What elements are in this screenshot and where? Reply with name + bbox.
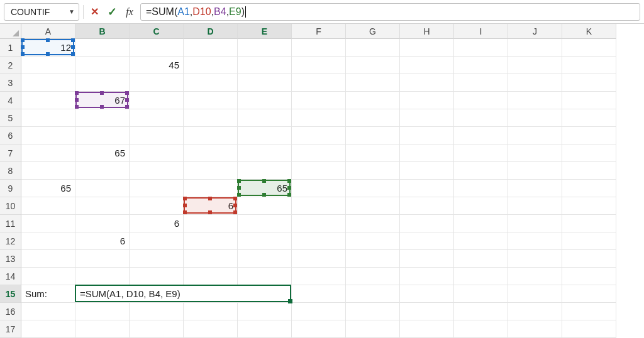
cell-H15[interactable]	[400, 285, 454, 303]
cell-G16[interactable]	[346, 303, 400, 320]
cell-B14[interactable]	[75, 268, 130, 285]
cell-I16[interactable]	[454, 303, 508, 320]
cell-K15[interactable]	[562, 285, 616, 303]
cell-E11[interactable]	[238, 215, 292, 232]
spreadsheet-grid[interactable]: ABCDEFGHIJK 1234567891011121314151617 12…	[0, 24, 644, 338]
row-header-2[interactable]: 2	[0, 57, 21, 74]
row-header-6[interactable]: 6	[0, 127, 21, 144]
cell-J15[interactable]	[508, 285, 562, 303]
cell-H7[interactable]	[400, 144, 454, 162]
row-header-7[interactable]: 7	[0, 144, 21, 162]
cell-I2[interactable]	[454, 57, 508, 74]
cell-B16[interactable]	[75, 303, 130, 320]
cell-H10[interactable]	[400, 197, 454, 215]
cell-H13[interactable]	[400, 250, 454, 268]
cell-K6[interactable]	[562, 127, 616, 144]
cell-K7[interactable]	[562, 144, 616, 162]
cell-A16[interactable]	[21, 303, 75, 320]
cell-F5[interactable]	[292, 109, 346, 127]
cell-J9[interactable]	[508, 180, 562, 197]
row-header-4[interactable]: 4	[0, 92, 21, 109]
cell-E9[interactable]: 65	[238, 180, 292, 197]
cell-I1[interactable]	[454, 39, 508, 57]
cell-H4[interactable]	[400, 92, 454, 109]
cell-G10[interactable]	[346, 197, 400, 215]
cell-H9[interactable]	[400, 180, 454, 197]
cell-A6[interactable]	[21, 127, 75, 144]
cell-H12[interactable]	[400, 232, 454, 250]
cell-H16[interactable]	[400, 303, 454, 320]
cell-A7[interactable]	[21, 144, 75, 162]
cell-E6[interactable]	[238, 127, 292, 144]
cell-F15[interactable]	[292, 285, 346, 303]
cell-K8[interactable]	[562, 162, 616, 180]
cell-G6[interactable]	[346, 127, 400, 144]
cell-G17[interactable]	[346, 320, 400, 338]
cell-H2[interactable]	[400, 57, 454, 74]
cell-C2[interactable]: 45	[130, 57, 184, 74]
cells-area[interactable]: 124567656565666Sum:=SUM(A1, D10, B4, E9)	[21, 39, 644, 338]
column-header-G[interactable]: G	[346, 24, 400, 39]
cell-D2[interactable]	[184, 57, 238, 74]
cell-G3[interactable]	[346, 74, 400, 92]
cell-K5[interactable]	[562, 109, 616, 127]
row-header-11[interactable]: 11	[0, 215, 21, 232]
cell-G12[interactable]	[346, 232, 400, 250]
cell-I11[interactable]	[454, 215, 508, 232]
cell-C8[interactable]	[130, 162, 184, 180]
cell-F11[interactable]	[292, 215, 346, 232]
column-header-E[interactable]: E	[238, 24, 292, 39]
row-header-9[interactable]: 9	[0, 180, 21, 197]
formula-input[interactable]: =SUM(A1, D10, B4, E9)	[140, 3, 640, 21]
cell-I5[interactable]	[454, 109, 508, 127]
column-header-C[interactable]: C	[130, 24, 184, 39]
cell-C16[interactable]	[130, 303, 184, 320]
cell-B6[interactable]	[75, 127, 130, 144]
cell-F1[interactable]	[292, 39, 346, 57]
cell-I8[interactable]	[454, 162, 508, 180]
cell-H6[interactable]	[400, 127, 454, 144]
chevron-down-icon[interactable]: ▼	[69, 8, 75, 15]
row-header-16[interactable]: 16	[0, 303, 21, 320]
cell-A15[interactable]: Sum:	[21, 285, 75, 303]
cell-D8[interactable]	[184, 162, 238, 180]
row-header-12[interactable]: 12	[0, 232, 21, 250]
cell-H11[interactable]	[400, 215, 454, 232]
cell-C3[interactable]	[130, 74, 184, 92]
cell-A1[interactable]: 12	[21, 39, 75, 57]
cell-K9[interactable]	[562, 180, 616, 197]
cell-E4[interactable]	[238, 92, 292, 109]
cell-D17[interactable]	[184, 320, 238, 338]
cell-D9[interactable]	[184, 180, 238, 197]
cell-J12[interactable]	[508, 232, 562, 250]
cell-F8[interactable]	[292, 162, 346, 180]
cell-H5[interactable]	[400, 109, 454, 127]
cell-K3[interactable]	[562, 74, 616, 92]
cell-A11[interactable]	[21, 215, 75, 232]
cell-B12[interactable]: 6	[75, 232, 130, 250]
cell-D13[interactable]	[184, 250, 238, 268]
cell-I10[interactable]	[454, 197, 508, 215]
cell-H3[interactable]	[400, 74, 454, 92]
cell-A13[interactable]	[21, 250, 75, 268]
cell-I14[interactable]	[454, 268, 508, 285]
cell-A17[interactable]	[21, 320, 75, 338]
cell-I15[interactable]	[454, 285, 508, 303]
cell-J5[interactable]	[508, 109, 562, 127]
cell-C17[interactable]	[130, 320, 184, 338]
cell-D1[interactable]	[184, 39, 238, 57]
cell-B1[interactable]	[75, 39, 130, 57]
cell-F14[interactable]	[292, 268, 346, 285]
insert-function-button[interactable]: fx	[123, 5, 136, 19]
cell-F9[interactable]	[292, 180, 346, 197]
cell-D16[interactable]	[184, 303, 238, 320]
name-box[interactable]: COUNTIF ▼	[4, 3, 79, 21]
cell-E10[interactable]	[238, 197, 292, 215]
cell-G1[interactable]	[346, 39, 400, 57]
cell-G9[interactable]	[346, 180, 400, 197]
cell-G7[interactable]	[346, 144, 400, 162]
cell-B9[interactable]	[75, 180, 130, 197]
select-all-corner[interactable]	[0, 24, 21, 39]
cell-J6[interactable]	[508, 127, 562, 144]
cell-J3[interactable]	[508, 74, 562, 92]
